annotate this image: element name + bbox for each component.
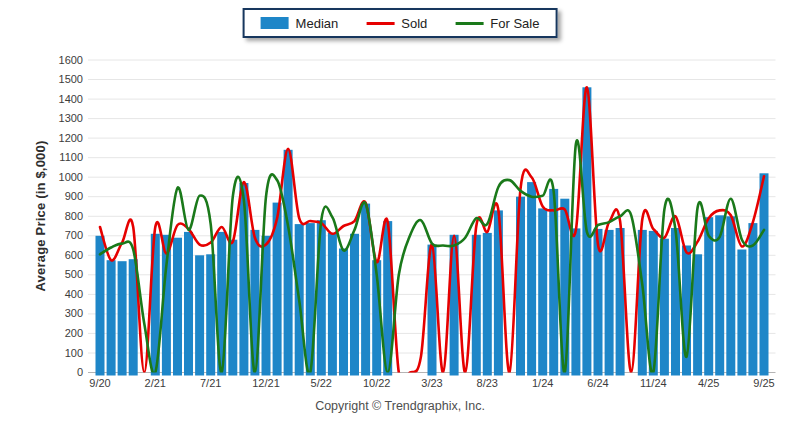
median-bar <box>704 217 713 375</box>
median-bar <box>693 254 702 375</box>
median-bar <box>549 189 558 376</box>
y-tick-label: 1600 <box>59 54 83 66</box>
y-tick-label: 600 <box>65 249 83 261</box>
legend-item-median: Median <box>261 17 339 30</box>
x-tick-label: 12/21 <box>252 377 280 389</box>
y-tick-label: 1400 <box>59 93 83 105</box>
median-bar <box>571 228 580 375</box>
y-tick-label: 200 <box>65 327 83 339</box>
median-bar <box>96 236 105 376</box>
y-tick-label: 700 <box>65 229 83 241</box>
y-tick-label: 1200 <box>59 132 83 144</box>
median-bar <box>184 232 193 376</box>
median-bar <box>350 234 359 376</box>
y-tick-label: 400 <box>65 288 83 300</box>
legend-label-median: Median <box>296 17 339 30</box>
chart-page: 0100200300400500600700800900100011001200… <box>0 0 800 434</box>
median-bar <box>107 260 116 375</box>
y-tick-label: 1000 <box>59 171 83 183</box>
x-tick-label: 3/23 <box>421 377 442 389</box>
x-tick-label: 10/22 <box>363 377 391 389</box>
y-tick-label: 1500 <box>59 73 83 85</box>
x-tick-label: 5/22 <box>311 377 332 389</box>
median-bar <box>328 233 337 376</box>
y-tick-label: 900 <box>65 190 83 202</box>
y-tick-label: 800 <box>65 210 83 222</box>
median-bar <box>605 230 614 376</box>
median-bar <box>284 150 293 376</box>
y-axis-title: Average Price (in $,000) <box>33 140 48 291</box>
sold-line-swatch-icon <box>366 22 394 25</box>
y-tick-label: 1300 <box>59 112 83 124</box>
y-tick-label: 100 <box>65 347 83 359</box>
y-tick-label: 500 <box>65 268 83 280</box>
x-tick-label: 6/24 <box>587 377 608 389</box>
y-tick-label: 300 <box>65 307 83 319</box>
x-tick-label: 11/24 <box>640 377 667 389</box>
legend-label-sold: Sold <box>401 17 427 30</box>
legend-label-for-sale: For Sale <box>490 17 539 30</box>
legend-item-sold: Sold <box>366 17 427 30</box>
x-tick-label: 7/21 <box>200 377 221 389</box>
legend-item-for-sale: For Sale <box>455 17 539 30</box>
x-tick-label: 9/25 <box>753 377 774 389</box>
median-bar <box>726 216 735 375</box>
x-tick-label: 9/20 <box>89 377 110 389</box>
y-tick-label: 0 <box>77 366 83 378</box>
for-sale-line-swatch-icon <box>455 22 483 25</box>
median-bar <box>737 250 746 376</box>
median-bar <box>483 233 492 376</box>
median-bar <box>195 255 204 375</box>
x-tick-label: 4/25 <box>698 377 719 389</box>
median-bar <box>527 182 536 375</box>
median-bar <box>760 173 769 375</box>
median-bar <box>118 261 127 375</box>
median-bar-swatch-icon <box>261 17 289 29</box>
chart-legend: Median Sold For Sale <box>243 8 558 38</box>
y-tick-label: 1100 <box>59 151 83 163</box>
x-tick-label: 8/23 <box>477 377 498 389</box>
median-bar <box>538 208 547 375</box>
median-bar <box>361 204 370 376</box>
copyright-footer: Copyright © Trendgraphix, Inc. <box>0 399 800 413</box>
x-tick-label: 2/21 <box>145 377 166 389</box>
price-chart-svg: 0100200300400500600700800900100011001200… <box>0 0 800 434</box>
median-bar <box>173 238 182 376</box>
median-bar <box>339 249 348 376</box>
x-tick-label: 1/24 <box>532 377 553 389</box>
